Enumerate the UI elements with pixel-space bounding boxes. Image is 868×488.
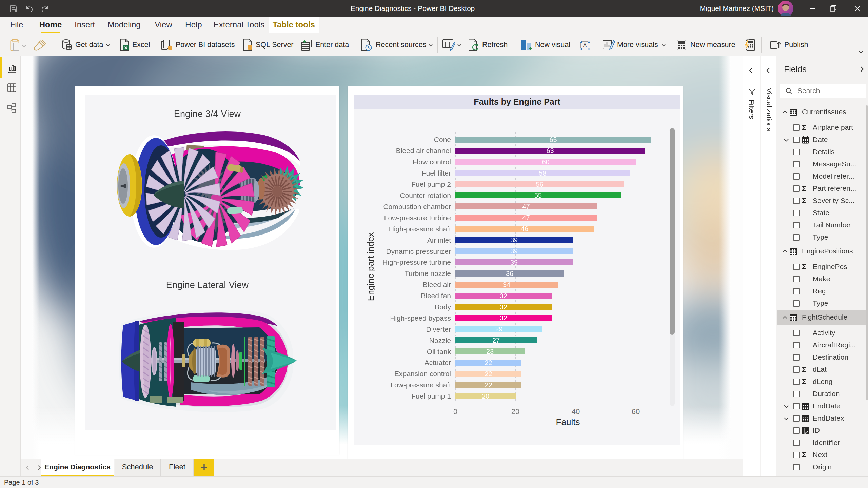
svg-text:fx: fx (805, 429, 809, 434)
svg-text:A: A (583, 42, 587, 49)
